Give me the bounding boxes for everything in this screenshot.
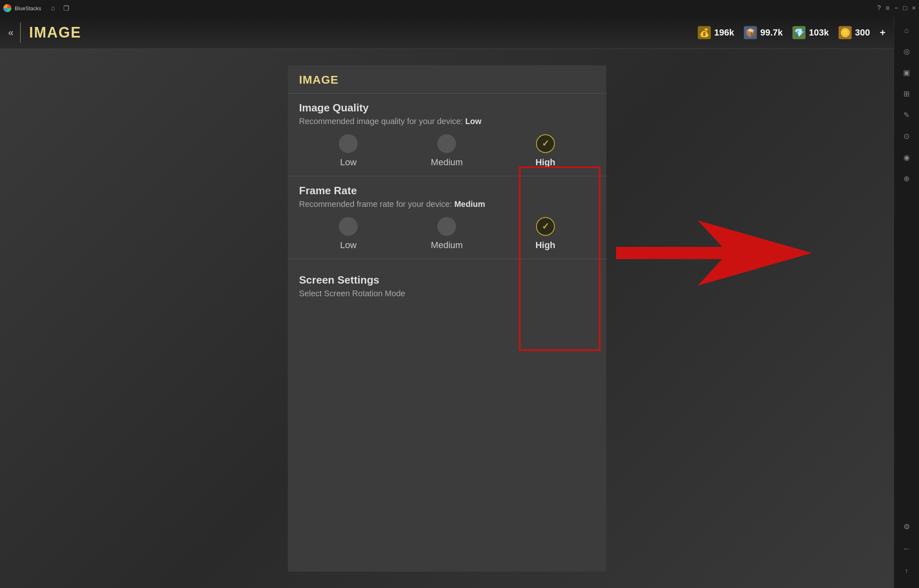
copy-icon[interactable]: ❐: [63, 4, 69, 12]
sidebar-record-icon[interactable]: ◉: [897, 148, 917, 167]
section-divider-3: [288, 259, 606, 259]
image-quality-low[interactable]: Low: [299, 134, 398, 168]
title-bar: BlueStacks ⌂ ❐ ? ≡ − □ ×: [0, 0, 919, 16]
minimize-icon[interactable]: −: [895, 4, 898, 12]
frame-rate-medium-label: Medium: [431, 240, 463, 251]
currency-coin: 🪙 300: [839, 26, 870, 39]
image-quality-desc: Recommended image quality for your devic…: [299, 117, 595, 126]
svg-marker-0: [616, 220, 812, 286]
right-sidebar: ⌂ ◎ ▣ ⊞ ✎ ⊙ ◉ ⊕ ⚙ ← ↑: [894, 16, 919, 588]
gold-icon: 💰: [698, 26, 711, 39]
sidebar-grid-icon[interactable]: ▣: [897, 63, 917, 82]
restore-icon[interactable]: □: [903, 4, 907, 12]
sidebar-back-icon[interactable]: ←: [897, 539, 917, 559]
currency-bar: 💰 196k 📦 99.7k 💎 103k 🪙 300 +: [698, 26, 886, 39]
frame-rate-medium-radio[interactable]: [437, 217, 456, 236]
sidebar-up-icon[interactable]: ↑: [897, 561, 917, 581]
back-icon: «: [8, 27, 13, 38]
sidebar-edit-icon[interactable]: ✎: [897, 105, 917, 125]
image-quality-medium-label: Medium: [431, 157, 463, 168]
screen-settings-group: Screen Settings Select Screen Rotation M…: [288, 267, 606, 315]
image-quality-medium-radio[interactable]: [437, 134, 456, 153]
menu-icon[interactable]: ≡: [886, 4, 889, 12]
gem-value: 103k: [809, 27, 829, 38]
image-quality-options: Low Medium High: [299, 134, 595, 168]
red-arrow: [616, 220, 812, 286]
home-icon[interactable]: ⌂: [51, 4, 55, 12]
box-icon: 📦: [744, 26, 757, 39]
nav-bar: « IMAGE 💰 196k 📦 99.7k 💎 103k 🪙: [0, 16, 894, 49]
sidebar-layers-icon[interactable]: ⊞: [897, 84, 917, 104]
currency-gem: 💎 103k: [792, 26, 829, 39]
frame-rate-low-radio[interactable]: [339, 217, 358, 236]
settings-panel: IMAGE Image Quality Recommended image qu…: [288, 65, 606, 572]
frame-rate-high[interactable]: High: [496, 217, 594, 251]
screen-settings-desc: Select Screen Rotation Mode: [299, 289, 595, 298]
frame-rate-desc: Recommended frame rate for your device: …: [299, 200, 595, 209]
frame-rate-low[interactable]: Low: [299, 217, 398, 251]
frame-rate-high-radio[interactable]: [536, 217, 555, 236]
close-icon[interactable]: ×: [912, 4, 916, 12]
sidebar-settings-icon[interactable]: ⚙: [897, 517, 917, 537]
box-value: 99.7k: [760, 27, 783, 38]
image-quality-group: Image Quality Recommended image quality …: [288, 102, 606, 176]
frame-rate-recommended: Medium: [454, 200, 485, 209]
image-quality-low-label: Low: [340, 157, 356, 168]
back-button[interactable]: «: [8, 27, 13, 38]
image-quality-label: Image Quality: [299, 102, 595, 114]
frame-rate-label: Frame Rate: [299, 184, 595, 197]
nav-divider: [20, 22, 21, 43]
coin-icon: 🪙: [839, 26, 852, 39]
frame-rate-high-label: High: [535, 240, 555, 251]
frame-rate-group: Frame Rate Recommended frame rate for yo…: [288, 184, 606, 259]
frame-rate-options: Low Medium High: [299, 217, 595, 251]
gem-icon: 💎: [792, 26, 806, 39]
sidebar-target-icon[interactable]: ⊙: [897, 126, 917, 146]
image-section-title: IMAGE: [288, 65, 606, 93]
section-divider-1: [288, 93, 606, 93]
bluestacks-logo: [3, 4, 11, 12]
add-currency-button[interactable]: +: [880, 27, 886, 38]
frame-rate-medium[interactable]: Medium: [398, 217, 496, 251]
section-divider-2: [288, 176, 606, 176]
gold-value: 196k: [714, 27, 734, 38]
page-title: IMAGE: [29, 24, 698, 41]
image-quality-high[interactable]: High: [496, 134, 594, 168]
sidebar-search-icon[interactable]: ◎: [897, 42, 917, 61]
currency-gold: 💰 196k: [698, 26, 734, 39]
sidebar-camera-icon[interactable]: ⊕: [897, 169, 917, 189]
help-icon[interactable]: ?: [877, 4, 881, 12]
screen-settings-label: Screen Settings: [299, 274, 595, 286]
app-name: BlueStacks: [15, 5, 41, 11]
coin-value: 300: [855, 27, 870, 38]
frame-rate-low-label: Low: [340, 240, 356, 251]
image-quality-medium[interactable]: Medium: [398, 134, 496, 168]
image-quality-high-label: High: [535, 157, 555, 168]
image-quality-low-radio[interactable]: [339, 134, 358, 153]
currency-box: 📦 99.7k: [744, 26, 783, 39]
image-quality-recommended: Low: [465, 117, 481, 126]
image-quality-high-radio[interactable]: [536, 134, 555, 153]
sidebar-home-icon[interactable]: ⌂: [897, 20, 917, 40]
content-area: IMAGE Image Quality Recommended image qu…: [0, 49, 894, 588]
